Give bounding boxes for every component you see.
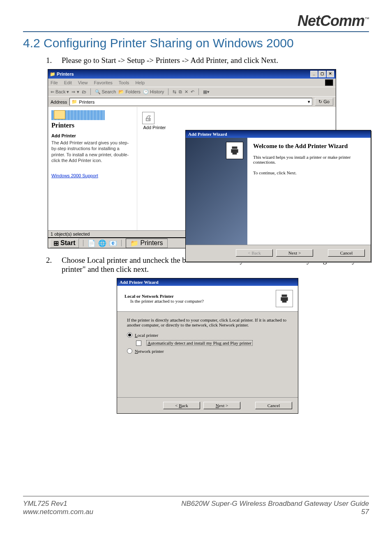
local-printer-label: ocal printer	[138, 333, 158, 338]
printer-icon: 🖨	[142, 112, 154, 124]
wiz2-title: Add Printer Wizard	[117, 278, 298, 286]
back-button[interactable]: ⇐ Back ▾	[51, 89, 69, 95]
start-button[interactable]: ⊞ Start	[50, 239, 79, 248]
quicklaunch-3[interactable]: 📧	[109, 239, 117, 247]
wizard-local-network: Add Printer Wizard Local or Network Prin…	[117, 278, 298, 414]
step-1: 1. Please go to Start -> Setup -> Printe…	[46, 56, 369, 65]
wiz2-subheader: Is the printer attached to your computer…	[130, 299, 204, 303]
menu-favorites[interactable]: Favorites	[94, 80, 113, 85]
wizard-next-button[interactable]: Next >	[276, 249, 313, 257]
wizard-title: Add Printer Wizard	[186, 130, 371, 138]
add-printer-wizard: Add Printer Wizard Welcome to the Add Pr…	[185, 130, 371, 262]
menu-edit[interactable]: Edit	[64, 80, 72, 85]
wizard-cancel-button[interactable]: Cancel	[328, 249, 365, 257]
history-button[interactable]: 🕑 History	[143, 89, 164, 95]
brand-logo: NetComm™	[23, 12, 369, 30]
maximize-button: ▢	[318, 71, 326, 77]
views-button[interactable]: ▦▾	[203, 89, 210, 95]
minimize-button: _	[310, 71, 318, 77]
menu-file[interactable]: File	[51, 80, 58, 85]
menu-help[interactable]: Help	[135, 80, 145, 85]
wizard-welcome: Welcome to the Add Printer Wizard	[253, 143, 365, 150]
close-button: ✕	[327, 71, 334, 77]
go-button[interactable]: ↻ Go	[315, 98, 333, 106]
footer-rev: YML725 Rev1	[23, 500, 93, 508]
menu-view[interactable]: View	[78, 80, 88, 85]
left-heading: Printers	[51, 122, 134, 129]
wiz2-back-button[interactable]: < Back	[163, 402, 200, 409]
footer-url: www.netcomm.com.au	[23, 508, 93, 516]
move-button[interactable]: ⇆	[173, 89, 176, 95]
wiz2-next-button[interactable]: Next >	[203, 402, 240, 409]
footer-page: 57	[181, 508, 369, 516]
windows-icon: ⊞	[53, 239, 59, 247]
forward-button[interactable]: ⇒ ▾	[71, 89, 79, 95]
wiz2-printer-icon	[276, 290, 293, 307]
folder-icon	[54, 110, 65, 119]
wizard-printer-icon	[226, 142, 243, 159]
address-box[interactable]: 📁 Printers ▾	[69, 98, 312, 106]
undo-button[interactable]: ↶	[191, 89, 194, 95]
copy-button[interactable]: ⧉	[179, 89, 182, 95]
left-description: The Add Printer wizard gives you step-by…	[51, 140, 134, 163]
window-controls[interactable]: _▢✕	[309, 71, 334, 77]
header-rule	[23, 31, 369, 32]
network-printer-radio[interactable]: Network printer	[127, 348, 288, 354]
footer-guide: NB620W Super-G Wireless Broadband Gatewa…	[181, 500, 369, 508]
wizard-desc: This wizard helps you install a printer …	[253, 155, 365, 164]
add-printer-item[interactable]: 🖨 Add Printer	[142, 112, 167, 130]
auto-detect-checkbox[interactable]: Automatically detect and install my Plug…	[136, 340, 288, 346]
page-footer: YML725 Rev1 www.netcomm.com.au NB620W Su…	[23, 496, 369, 516]
windows-flag-icon	[325, 79, 333, 86]
address-label: Address	[51, 100, 67, 104]
wiz2-cancel-button[interactable]: Cancel	[255, 402, 292, 409]
taskbar-printers[interactable]: 📁 Printers	[126, 239, 167, 248]
wizard-continue: To continue, click Next.	[253, 170, 365, 175]
quicklaunch-1[interactable]: 📄	[88, 239, 96, 247]
menu-tools[interactable]: Tools	[119, 80, 129, 85]
quicklaunch-2[interactable]: 🌐	[98, 239, 106, 247]
left-add-printer: Add Printer	[51, 133, 134, 138]
wizard-back-button: < Back	[236, 249, 273, 257]
wiz2-header: Local or Network Printer	[125, 294, 204, 299]
printers-window: 📁 Printers _▢✕ File Edit View Favorites …	[48, 69, 336, 238]
local-printer-radio[interactable]: Local printer	[127, 332, 288, 338]
search-button[interactable]: 🔍 Search	[95, 89, 116, 95]
up-button[interactable]: 🗁	[82, 89, 86, 94]
section-title: 4.2 Configuring Printer Sharing on Windo…	[23, 36, 369, 50]
wiz2-instruction: If the printer is directly attached to y…	[127, 317, 288, 327]
delete-button[interactable]: ✕	[184, 89, 188, 95]
windows-2000-support-link[interactable]: Windows 2000 Support	[51, 173, 98, 178]
folders-button[interactable]: 📂 Folders	[118, 89, 141, 95]
toolbar: ⇐ Back ▾ ⇒ ▾ 🗁 🔍 Search 📂 Folders 🕑 Hist…	[48, 87, 336, 96]
window-title: Printers	[57, 72, 74, 76]
